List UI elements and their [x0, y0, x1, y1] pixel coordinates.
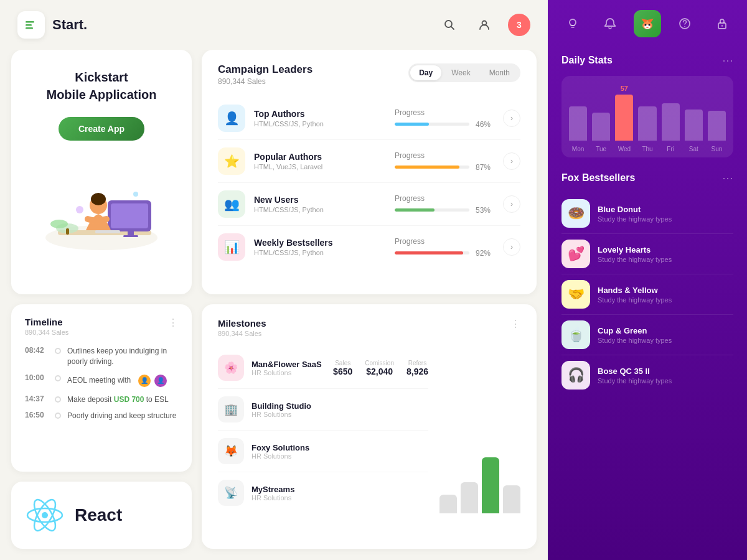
daily-stats-header: Daily Stats ⋯ [561, 54, 733, 67]
bestseller-image: 🎧 [561, 361, 590, 390]
notification-badge[interactable]: 3 [508, 14, 530, 36]
svg-point-30 [645, 24, 647, 26]
logo-text: Start. [52, 17, 87, 33]
logo-area: Start. [17, 11, 87, 39]
bestseller-info: Lovely Hearts Study the highway types [598, 245, 672, 263]
milestone-row: 🦊 Foxy Solutions HR Solutions [218, 431, 428, 472]
campaign-icon: 👤 [218, 105, 245, 132]
daily-bar [592, 113, 610, 141]
tab-day[interactable]: Day [410, 65, 441, 80]
svg-point-3 [445, 21, 452, 27]
campaign-chevron[interactable]: › [503, 110, 520, 127]
milestone-bar [482, 457, 499, 513]
bestseller-item[interactable]: 🎧 Bose QC 35 II Study the highway types [561, 355, 733, 395]
milestone-icon: 📡 [218, 480, 244, 506]
svg-rect-10 [123, 235, 138, 237]
day-label: Fri [662, 146, 680, 152]
timeline-item: 10:00 AEOL meeting with 👤 👤 [25, 373, 178, 388]
daily-bar-item [592, 85, 610, 141]
campaign-icon: 👥 [218, 190, 245, 218]
daily-bar [708, 111, 726, 141]
sidebar-icon-bell[interactable] [596, 10, 624, 37]
bestseller-info: Blue Donut Study the highway types [598, 205, 672, 223]
day-label: Tue [592, 146, 610, 152]
search-icon[interactable] [438, 14, 461, 36]
milestones-sales: 890,344 Sales [218, 330, 266, 337]
bestsellers-list: 🍩 Blue Donut Study the highway types 💕 L… [561, 194, 733, 395]
bestseller-item[interactable]: 🍵 Cup & Green Study the highway types [561, 315, 733, 355]
milestones-menu[interactable]: ⋮ [510, 318, 520, 330]
daily-bar [685, 110, 703, 141]
bestseller-image: 💕 [561, 240, 590, 268]
campaign-icon: 📊 [218, 233, 245, 261]
campaign-row: 👤 Top Authors HTML/CSS/JS, Python Progre… [218, 97, 520, 140]
timeline-title: Timeline [25, 317, 68, 327]
svg-point-32 [646, 27, 649, 28]
bestsellers-title: Fox Bestsellers [561, 172, 635, 184]
milestone-bar [461, 482, 478, 513]
campaign-chevron[interactable]: › [503, 238, 520, 256]
svg-point-36 [721, 25, 723, 26]
timeline-card: Timeline 890,344 Sales ⋮ 08:42 Outlines … [11, 304, 192, 472]
svg-rect-0 [26, 21, 34, 23]
campaign-sales: 890,344 Sales [218, 77, 312, 86]
svg-rect-8 [111, 203, 148, 228]
bestsellers-menu[interactable]: ⋯ [722, 171, 733, 185]
tab-month[interactable]: Month [481, 65, 519, 80]
header: Start. 3 [0, 0, 548, 50]
campaign-info: Popular Authors HTML, VueJS, Laravel [254, 152, 386, 170]
milestone-row: 🏢 Building Studio HR Solutions [218, 389, 428, 431]
daily-bar-item [662, 85, 680, 141]
timeline-dot [55, 413, 61, 419]
daily-stats-title: Daily Stats [561, 55, 613, 66]
milestone-row: 🌸 Man&Flower SaaS HR Solutions Sales $65… [218, 347, 428, 389]
daily-bar-item [569, 85, 587, 141]
logo-icon [17, 11, 45, 39]
daily-stats-menu[interactable]: ⋯ [722, 54, 733, 67]
campaign-info: Top Authors HTML/CSS/JS, Python [254, 109, 386, 128]
tab-week[interactable]: Week [443, 65, 479, 80]
campaign-card: Campaign Leaders 890,344 Sales Day Week … [202, 50, 537, 294]
create-app-button[interactable]: Create App [59, 117, 144, 141]
bestsellers-header: Fox Bestsellers ⋯ [561, 171, 733, 185]
svg-rect-1 [26, 24, 32, 26]
milestone-icon: 🌸 [218, 355, 244, 381]
milestone-row: 📡 MyStreams HR Solutions [218, 472, 428, 513]
timeline-dot [55, 375, 61, 381]
avatar: 👤 [137, 373, 152, 388]
campaign-chevron[interactable]: › [503, 195, 520, 213]
bestseller-info: Cup & Green Study the highway types [598, 326, 672, 344]
timeline-sales: 890,344 Sales [25, 329, 68, 336]
sidebar-icon-question[interactable] [671, 10, 698, 37]
daily-bar [662, 103, 680, 141]
sidebar-icon-fox[interactable] [634, 10, 661, 37]
bestseller-image: 🤝 [561, 280, 590, 309]
daily-bar-item [685, 85, 703, 141]
kickstart-card: Kickstart Mobile Application Create App [11, 50, 192, 294]
bestseller-item[interactable]: 🤝 Hands & Yellow Study the highway types [561, 274, 733, 315]
milestone-info: MyStreams HR Solutions [251, 485, 428, 502]
daily-stats-bars: 57 [569, 85, 726, 141]
react-card: React [11, 482, 192, 549]
bestseller-item[interactable]: 🍩 Blue Donut Study the highway types [561, 194, 733, 234]
sidebar-icon-lightbulb[interactable] [559, 10, 586, 37]
milestone-bar [503, 485, 520, 513]
timeline-dot [55, 348, 61, 354]
milestones-title: Milestones [218, 318, 266, 329]
avatar: 👤 [153, 373, 168, 388]
sidebar-icon-lock[interactable] [708, 10, 736, 37]
milestones-card: Milestones 890,344 Sales ⋮ 🌸 Man&Flower … [202, 304, 537, 549]
sidebar-content: Daily Stats ⋯ 57MonTueWedThuFriSatSun Fo… [548, 47, 747, 560]
timeline-item: 16:50 Poorly driving and keep structure [25, 411, 178, 421]
progress-column: Progress 87% [395, 151, 494, 172]
user-icon[interactable] [473, 14, 496, 36]
svg-point-23 [570, 19, 576, 26]
milestones-chart [439, 464, 520, 513]
bestseller-item[interactable]: 💕 Lovely Hearts Study the highway types [561, 234, 733, 274]
day-label: Sun [708, 146, 726, 152]
bestseller-info: Bose QC 35 II Study the highway types [598, 366, 672, 385]
campaign-chevron[interactable]: › [503, 152, 520, 170]
timeline-menu[interactable]: ⋮ [168, 317, 178, 329]
svg-point-18 [133, 192, 138, 197]
svg-rect-2 [26, 27, 33, 29]
